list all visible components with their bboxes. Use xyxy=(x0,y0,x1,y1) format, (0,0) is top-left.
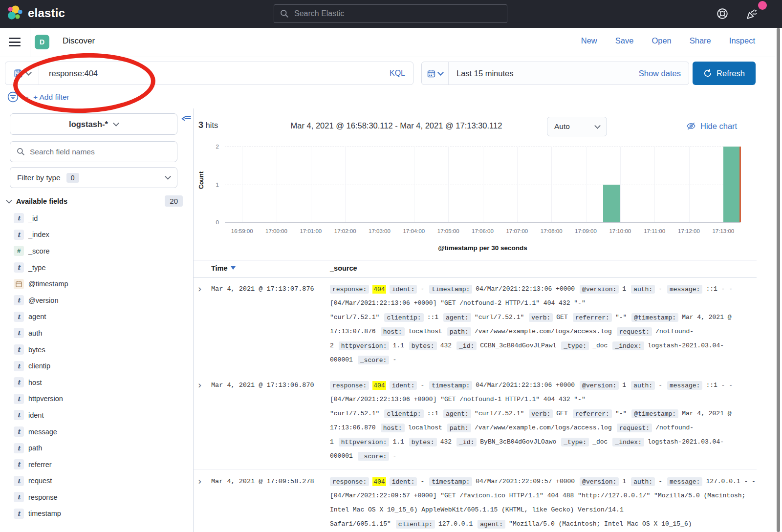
field-item-bytes[interactable]: tbytes xyxy=(0,341,186,358)
saved-query-menu[interactable] xyxy=(5,62,39,85)
histogram-bar-17:13:00[interactable] xyxy=(723,147,740,222)
field-item-@version[interactable]: t@version xyxy=(0,292,186,309)
field-value: - xyxy=(658,478,662,485)
hide-chart-link[interactable]: Hide chart xyxy=(686,121,737,131)
field-item-_id[interactable]: t_id xyxy=(0,210,186,227)
x-tick: 17:01:00 xyxy=(300,228,322,234)
x-tick: 16:59:00 xyxy=(231,228,253,234)
field-value: - xyxy=(420,382,424,389)
expand-row-icon[interactable]: › xyxy=(194,474,211,532)
field-item-_index[interactable]: t_index xyxy=(0,227,186,243)
available-fields-header[interactable]: Available fields 20 xyxy=(7,195,183,207)
filter-menu-icon[interactable] xyxy=(7,91,19,103)
refresh-label: Refresh xyxy=(717,69,745,78)
refresh-button[interactable]: Refresh xyxy=(693,62,756,85)
field-chip: ident: xyxy=(390,285,417,294)
field-item-response[interactable]: tresponse xyxy=(0,489,186,506)
expand-row-icon[interactable]: › xyxy=(194,282,211,367)
action-share[interactable]: Share xyxy=(690,36,711,45)
field-chip: _id: xyxy=(456,438,477,447)
field-item-httpversion[interactable]: thttpversion xyxy=(0,391,186,407)
field-item-agent[interactable]: tagent xyxy=(0,309,186,325)
global-search-input[interactable]: Search Elastic xyxy=(274,4,507,23)
filter-by-type-count-badge: 0 xyxy=(66,173,79,183)
field-item-host[interactable]: thost xyxy=(0,374,186,391)
y-axis-label: Count xyxy=(198,171,205,189)
field-item-message[interactable]: tmessage xyxy=(0,424,186,440)
menu-hamburger-icon[interactable] xyxy=(9,38,21,46)
field-item-_score[interactable]: #_score xyxy=(0,243,186,259)
field-chip: _type: xyxy=(561,438,589,447)
text-field-icon: t xyxy=(14,344,24,355)
scrollbar-thumb[interactable] xyxy=(777,28,780,532)
field-item-timestamp[interactable]: ttimestamp xyxy=(0,506,186,522)
discover-app-badge[interactable]: D xyxy=(35,35,49,49)
column-header-source[interactable]: _source xyxy=(330,264,357,272)
field-value: ::1 xyxy=(427,410,438,417)
index-pattern-selector[interactable]: logstash-* xyxy=(10,113,177,135)
time-range-end-marker xyxy=(739,147,741,222)
calendar-icon xyxy=(427,69,435,78)
field-item-ident[interactable]: tident xyxy=(0,407,186,424)
row-time: Mar 4, 2021 @ 17:13:07.876 xyxy=(211,282,330,367)
field-chip: message: xyxy=(667,477,702,486)
brand-name: elastic xyxy=(28,6,65,20)
action-open[interactable]: Open xyxy=(652,36,671,45)
field-name: agent xyxy=(28,313,46,320)
field-item-@timestamp[interactable]: @timestamp xyxy=(0,276,186,292)
add-filter-link[interactable]: + Add filter xyxy=(33,93,69,102)
chevron-down-icon xyxy=(25,69,32,76)
show-dates-link[interactable]: Show dates xyxy=(639,69,689,78)
field-chip: auth: xyxy=(631,285,655,294)
field-name: host xyxy=(28,379,42,386)
text-field-icon: t xyxy=(14,443,24,453)
field-search-input[interactable]: Search field names xyxy=(10,141,177,162)
expand-row-icon[interactable]: › xyxy=(194,378,211,463)
field-item-request[interactable]: trequest xyxy=(0,473,186,489)
action-inspect[interactable]: Inspect xyxy=(729,36,755,45)
field-name: _id xyxy=(28,214,38,222)
action-save[interactable]: Save xyxy=(615,36,634,45)
field-chip: clientip: xyxy=(384,409,423,418)
query-bar: response:404 KQL xyxy=(5,62,413,85)
save-query-icon xyxy=(14,69,23,78)
query-input[interactable]: response:404 xyxy=(39,69,390,78)
field-value: GET xyxy=(556,314,567,321)
page-scrollbar[interactable] xyxy=(775,28,782,532)
help-icon[interactable] xyxy=(715,6,730,21)
header-divider xyxy=(30,28,30,57)
x-tick: 17:10:00 xyxy=(609,228,631,234)
fields-sidebar: logstash-* Search field names Filter by … xyxy=(0,108,194,532)
column-header-time[interactable]: Time xyxy=(211,264,236,272)
field-value: /var/www/example.com/logs/access.log xyxy=(475,328,612,335)
top-navbar: elastic Search Elastic xyxy=(0,0,782,28)
refresh-icon xyxy=(703,69,712,78)
filter-by-type-dropdown[interactable]: Filter by type 0 xyxy=(10,167,177,188)
row-time: Mar 4, 2021 @ 17:09:58.278 xyxy=(211,474,330,532)
news-party-popper-icon[interactable] xyxy=(745,6,760,21)
collapse-sidebar-icon[interactable] xyxy=(181,114,191,123)
field-chip: host: xyxy=(381,424,405,432)
field-item-auth[interactable]: tauth xyxy=(0,325,186,341)
field-chip: response: xyxy=(330,285,369,294)
field-item-_type[interactable]: t_type xyxy=(0,259,186,276)
interval-select[interactable]: Auto xyxy=(547,117,607,136)
field-name: referrer xyxy=(28,461,52,468)
query-language-label[interactable]: KQL xyxy=(390,69,413,78)
hits-count: 3 hits xyxy=(198,120,218,130)
chevron-down-icon xyxy=(437,69,444,76)
field-item-clientip[interactable]: tclientip xyxy=(0,358,186,374)
x-tick: 17:13:00 xyxy=(712,228,734,234)
date-quick-menu[interactable] xyxy=(422,62,449,85)
field-item-path[interactable]: tpath xyxy=(0,440,186,456)
histogram-bar-17:09:30[interactable] xyxy=(603,185,620,223)
action-new[interactable]: New xyxy=(581,36,597,45)
field-chip: clientip: xyxy=(384,313,423,322)
time-range-value[interactable]: Last 15 minutes xyxy=(449,69,639,78)
discover-main: 3 hits Mar 4, 2021 @ 16:58:30.112 - Mar … xyxy=(194,108,774,532)
field-item-referrer[interactable]: treferrer xyxy=(0,456,186,473)
field-chip: @timestamp: xyxy=(631,409,678,418)
histogram-chart[interactable]: 01216:59:0017:00:0017:01:0017:02:0017:03… xyxy=(225,147,740,223)
field-chip: message: xyxy=(667,381,702,390)
field-chip: timestamp: xyxy=(429,285,472,294)
